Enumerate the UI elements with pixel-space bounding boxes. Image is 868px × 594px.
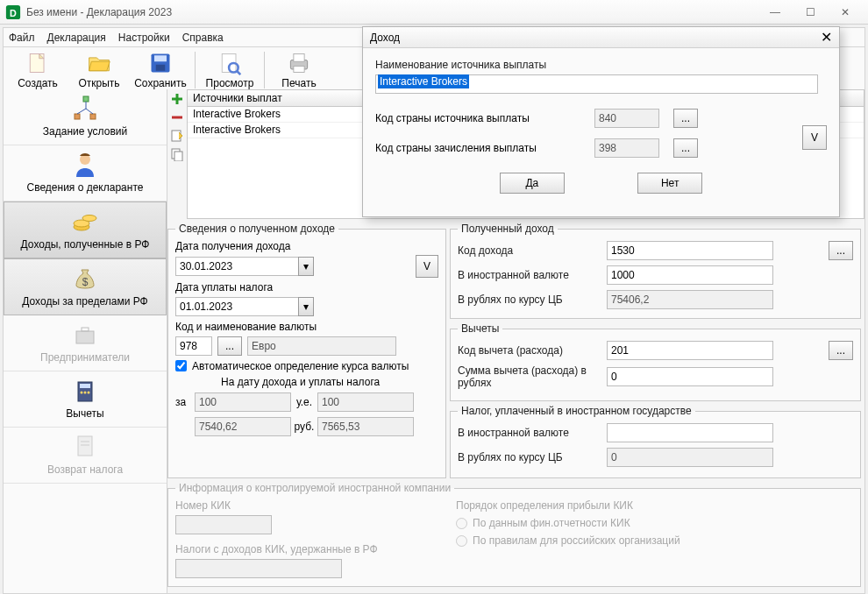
- fieldset-legend: Информация о контролируемой иностранной …: [175, 482, 454, 494]
- toolbar-save[interactable]: Сохранить: [130, 49, 191, 91]
- rate2-ue: [317, 392, 414, 412]
- rate1-ue: [195, 392, 291, 412]
- svg-rect-13: [83, 96, 89, 102]
- svg-text:$: $: [82, 276, 89, 288]
- menu-help[interactable]: Справка: [182, 32, 224, 44]
- svg-rect-11: [294, 54, 304, 62]
- toolbar-print[interactable]: Печать: [268, 49, 330, 91]
- briefcase-icon: [71, 321, 99, 349]
- fieldset-legend: Налог, уплаченный в иностранном государс…: [458, 405, 695, 417]
- app-icon: D: [5, 4, 21, 20]
- income-info-fieldset: Сведения о полученном доходе Дата получе…: [167, 223, 446, 478]
- title-bar: D Без имени - Декларация 2023 — ☐ ✕: [0, 0, 868, 25]
- toolbar-create[interactable]: Создать: [7, 49, 68, 91]
- sidebar-item-label: Вычеты: [66, 407, 103, 420]
- income-dialog: Доход ✕ Наименование источника выплаты I…: [362, 26, 840, 217]
- source-name-input[interactable]: Interactive Brokers: [375, 74, 818, 94]
- dialog-v-button[interactable]: V: [802, 125, 827, 150]
- dialog-no-button[interactable]: Нет: [637, 173, 702, 194]
- svg-rect-5: [154, 55, 167, 61]
- label-ue: у.е.: [291, 396, 317, 408]
- svg-point-29: [84, 392, 87, 394]
- svg-rect-39: [174, 152, 182, 161]
- deduction-sum-input[interactable]: [607, 367, 773, 386]
- svg-rect-15: [90, 114, 96, 119]
- label-currency: Код и наименование валюты: [175, 321, 438, 333]
- auto-rate-checkbox[interactable]: [175, 360, 187, 371]
- v-button[interactable]: V: [416, 255, 438, 278]
- toolbar-open[interactable]: Открыть: [68, 49, 130, 91]
- deduction-code-input[interactable]: [607, 341, 773, 360]
- add-source-button[interactable]: [168, 90, 186, 108]
- foreign-amount-input[interactable]: [607, 265, 773, 285]
- kik-fieldset: Информация о контролируемой иностранной …: [167, 482, 861, 587]
- dialog-title-bar: Доход ✕: [363, 27, 839, 48]
- sidebar-item-label: Доходы за пределами РФ: [22, 295, 147, 308]
- remove-source-button[interactable]: [168, 109, 186, 126]
- dialog-title: Доход: [370, 32, 400, 44]
- money-bag-icon: $: [71, 265, 99, 293]
- edit-source-button[interactable]: [168, 127, 186, 145]
- save-icon: [148, 51, 173, 75]
- rub-amount-display: [607, 290, 773, 309]
- toolbar-preview[interactable]: Просмотр: [199, 49, 260, 91]
- sidebar-item-label: Доходы, полученные в РФ: [21, 238, 150, 251]
- tax-foreign-input[interactable]: [607, 423, 773, 442]
- radio-icon: [456, 518, 467, 529]
- dialog-yes-button[interactable]: Да: [500, 173, 565, 194]
- dropdown-arrow-icon[interactable]: ▾: [298, 257, 314, 276]
- label-rub: руб.: [291, 421, 317, 433]
- label-date-paid: Дата уплаты налога: [175, 281, 438, 293]
- conditions-icon: [71, 95, 99, 123]
- sidebar-item-deductions[interactable]: Вычеты: [4, 371, 167, 428]
- src-country-lookup-button[interactable]: ...: [673, 109, 698, 128]
- sidebar-item-label: Задание условий: [43, 125, 127, 138]
- folder-open-icon: [87, 51, 111, 75]
- svg-point-30: [88, 392, 90, 394]
- currency-lookup-button[interactable]: ...: [217, 336, 242, 356]
- radio-icon: [456, 535, 467, 547]
- document-icon: [71, 433, 99, 461]
- menu-settings[interactable]: Настройки: [118, 32, 170, 44]
- income-code-input[interactable]: [607, 241, 773, 260]
- label-income-code: Код дохода: [458, 244, 607, 257]
- sidebar-item-declarant[interactable]: Сведения о декларанте: [4, 145, 167, 202]
- label-deduction-sum: Сумма вычета (расхода) в рублях: [458, 364, 607, 390]
- date-received-combo[interactable]: ▾: [175, 257, 314, 276]
- sidebar-item-conditions[interactable]: Задание условий: [4, 89, 167, 145]
- close-button[interactable]: ✕: [828, 3, 863, 22]
- person-icon: [71, 151, 99, 179]
- print-icon: [287, 51, 311, 75]
- svg-line-18: [86, 109, 93, 114]
- dropdown-arrow-icon[interactable]: ▾: [298, 297, 314, 316]
- deduction-code-lookup-button[interactable]: ...: [829, 341, 853, 360]
- maximize-button[interactable]: ☐: [793, 3, 828, 22]
- source-name-selected-text: Interactive Brokers: [378, 74, 469, 88]
- income-code-lookup-button[interactable]: ...: [829, 241, 853, 260]
- sidebar-item-income-rf[interactable]: Доходы, полученные в РФ: [4, 202, 167, 258]
- svg-rect-6: [156, 65, 166, 71]
- sidebar-item-refund: Возврат налога: [4, 428, 167, 484]
- src-country-input: [594, 109, 659, 128]
- svg-rect-25: [82, 328, 89, 331]
- plus-icon: [170, 92, 184, 106]
- svg-point-28: [81, 392, 83, 394]
- sidebar-item-income-foreign[interactable]: $ Доходы за пределами РФ: [4, 258, 167, 315]
- svg-rect-12: [294, 67, 304, 73]
- credit-country-lookup-button[interactable]: ...: [673, 138, 698, 158]
- label-kik-order: Порядок определения прибыли КИК: [456, 499, 853, 512]
- menu-file[interactable]: Файл: [9, 32, 35, 44]
- currency-code-input[interactable]: [175, 336, 212, 356]
- date-paid-input[interactable]: [175, 297, 298, 316]
- currency-name-display: [247, 336, 396, 356]
- label-za: за: [175, 396, 195, 408]
- copy-source-button[interactable]: [168, 145, 186, 163]
- svg-rect-14: [75, 114, 80, 119]
- menu-declaration[interactable]: Декларация: [47, 32, 106, 44]
- minimize-button[interactable]: —: [758, 3, 793, 22]
- date-paid-combo[interactable]: ▾: [175, 297, 314, 316]
- fieldset-legend: Сведения о полученном доходе: [175, 223, 338, 235]
- date-received-input[interactable]: [175, 257, 298, 276]
- sidebar-item-label: Возврат налога: [47, 463, 123, 476]
- dialog-close-button[interactable]: ✕: [821, 29, 832, 46]
